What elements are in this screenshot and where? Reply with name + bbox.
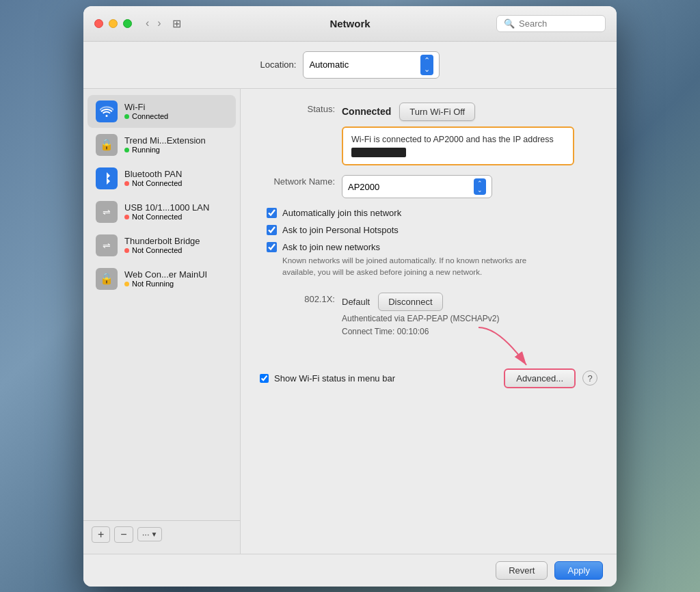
more-icon: ···: [142, 529, 150, 539]
sidebar-item-name-thunderbolt: Thunderbolt Bridge: [124, 236, 200, 246]
remove-network-button[interactable]: −: [114, 526, 133, 543]
dot1x-field: 802.1X: Default Disconnect Authenticated…: [260, 293, 597, 338]
minimize-button[interactable]: [109, 19, 118, 28]
ethernet-icon-usb: ⇌: [96, 201, 118, 223]
traffic-lights: [94, 19, 132, 28]
revert-button[interactable]: Revert: [496, 561, 548, 580]
location-chevron[interactable]: ⌃⌄: [420, 55, 433, 75]
network-name-field: Network Name: AP2000 ⌃⌄: [260, 175, 597, 198]
new-networks-label: Ask to join new networks: [282, 242, 380, 252]
wifi-icon: [96, 100, 118, 122]
status-label: Status:: [260, 103, 335, 114]
sidebar-item-status-webcon: Not Running: [124, 280, 207, 288]
lock-icon-trend: 🔒: [96, 134, 118, 156]
info-box-text: Wi-Fi is connected to AP2000 and has the…: [351, 135, 554, 144]
lock-icon-webcon: 🔒: [96, 268, 118, 290]
maximize-button[interactable]: [123, 19, 132, 28]
eap-line2: Connect Time: 00:10:06: [342, 325, 597, 338]
back-button[interactable]: ‹: [143, 16, 152, 31]
location-dropdown[interactable]: Automatic ⌃⌄: [303, 51, 440, 79]
personal-hotspot-row: Ask to join Personal Hotspots: [267, 225, 597, 235]
main-content: Wi-Fi Connected 🔒 Trend Mi...Extension: [83, 89, 617, 554]
personal-hotspot-checkbox[interactable]: [267, 225, 277, 235]
sidebar-item-info-bluetooth: Bluetooth PAN Not Connected: [124, 169, 182, 187]
titlebar: ‹ › ⊞ Network 🔍: [83, 6, 617, 42]
detail-panel: Status: Connected Turn Wi-Fi Off Wi-Fi i…: [241, 89, 617, 554]
turn-wifi-off-button[interactable]: Turn Wi-Fi Off: [399, 103, 475, 121]
status-dot-trend: [124, 148, 129, 152]
sidebar-item-name-bluetooth: Bluetooth PAN: [124, 169, 182, 179]
auto-join-checkbox[interactable]: [267, 208, 277, 218]
grid-icon[interactable]: ⊞: [172, 17, 181, 30]
eap-info: Authenticated via EAP-PEAP (MSCHAPv2) Co…: [342, 312, 597, 338]
status-row: Connected Turn Wi-Fi Off: [342, 103, 597, 121]
bottom-row: Show Wi-Fi status in menu bar Advanced..…: [260, 362, 597, 388]
sidebar-item-info-webcon: Web Con...er MainUI Not Running: [124, 269, 207, 288]
sidebar-item-info-thunderbolt: Thunderbolt Bridge Not Connected: [124, 236, 200, 254]
sidebar-item-name-webcon: Web Con...er MainUI: [124, 269, 207, 280]
auto-join-label: Automatically join this network: [282, 208, 401, 218]
auto-join-row: Automatically join this network: [267, 208, 597, 218]
sidebar-item-webcon[interactable]: 🔒 Web Con...er MainUI Not Running: [88, 263, 236, 295]
status-dot-bluetooth: [124, 181, 129, 186]
sidebar-item-name-usb: USB 10/1...1000 LAN: [124, 202, 209, 213]
sidebar-item-name-trend: Trend Mi...Extension: [124, 135, 206, 146]
show-wifi-row: Show Wi-Fi status in menu bar: [260, 373, 395, 384]
search-box: 🔍: [496, 15, 606, 32]
sidebar-item-status-wifi: Connected: [124, 112, 168, 120]
status-connected-text: Connected: [342, 106, 391, 117]
sidebar-item-status-thunderbolt: Not Connected: [124, 246, 200, 254]
status-value-container: Connected Turn Wi-Fi Off Wi-Fi is connec…: [342, 103, 597, 166]
add-network-button[interactable]: +: [92, 526, 110, 543]
redacted-ip: [351, 148, 406, 157]
sidebar-item-thunderbolt[interactable]: ⇌ Thunderbolt Bridge Not Connected: [88, 229, 236, 262]
sidebar-item-status-bluetooth: Not Connected: [124, 179, 182, 187]
sidebar-items: Wi-Fi Connected 🔒 Trend Mi...Extension: [83, 94, 240, 520]
search-icon: 🔍: [504, 18, 515, 29]
location-value: Automatic: [309, 59, 415, 70]
new-networks-checkbox[interactable]: [267, 242, 277, 252]
chevron-down-icon: ▼: [151, 530, 158, 538]
dot1x-value-container: Default Disconnect Authenticated via EAP…: [342, 293, 597, 338]
window-title: Network: [329, 18, 370, 29]
eap-line1: Authenticated via EAP-PEAP (MSCHAPv2): [342, 312, 597, 325]
dot1x-label: 802.1X:: [260, 293, 335, 304]
dot1x-row: Default Disconnect: [342, 293, 597, 311]
bluetooth-icon: [96, 167, 118, 189]
dot1x-value: Default: [342, 297, 370, 307]
new-networks-row: Ask to join new networks: [267, 242, 597, 252]
more-options-button[interactable]: ··· ▼: [137, 527, 163, 541]
personal-hotspot-label: Ask to join Personal Hotspots: [282, 225, 399, 235]
sidebar-footer: + − ··· ▼: [83, 520, 240, 548]
sidebar-item-status-usb: Not Connected: [124, 213, 209, 221]
sidebar-item-info-usb: USB 10/1...1000 LAN Not Connected: [124, 202, 209, 221]
sidebar-item-usb[interactable]: ⇌ USB 10/1...1000 LAN Not Connected: [88, 196, 236, 228]
search-input[interactable]: [519, 18, 598, 29]
sidebar-item-name-wifi: Wi-Fi: [124, 102, 168, 112]
status-dot-thunderbolt: [124, 248, 129, 253]
network-name-label: Network Name:: [260, 175, 335, 187]
show-wifi-label: Show Wi-Fi status in menu bar: [274, 373, 395, 384]
apply-button[interactable]: Apply: [554, 561, 603, 580]
advanced-button[interactable]: Advanced...: [504, 368, 576, 388]
help-button[interactable]: ?: [582, 371, 597, 386]
close-button[interactable]: [94, 19, 103, 28]
checkboxes-container: Automatically join this network Ask to j…: [260, 208, 597, 279]
sidebar-item-bluetooth[interactable]: Bluetooth PAN Not Connected: [88, 162, 236, 195]
disconnect-button[interactable]: Disconnect: [378, 293, 442, 311]
nav-buttons: ‹ ›: [143, 16, 164, 31]
network-name-dropdown[interactable]: AP2000 ⌃⌄: [342, 175, 492, 198]
forward-button[interactable]: ›: [154, 16, 163, 31]
sidebar-item-trend[interactable]: 🔒 Trend Mi...Extension Running: [88, 129, 236, 161]
hint-text: Known networks will be joined automatica…: [282, 255, 528, 279]
show-wifi-checkbox[interactable]: [260, 374, 269, 383]
main-window: ‹ › ⊞ Network 🔍 Location: Automatic ⌃⌄: [83, 6, 617, 587]
status-field: Status: Connected Turn Wi-Fi Off Wi-Fi i…: [260, 103, 597, 166]
status-dot-webcon: [124, 282, 129, 286]
network-chevron[interactable]: ⌃⌄: [474, 178, 486, 195]
wifi-info-box: Wi-Fi is connected to AP2000 and has the…: [342, 126, 574, 166]
sidebar-item-info-trend: Trend Mi...Extension Running: [124, 135, 206, 154]
ethernet-icon-thunderbolt: ⇌: [96, 234, 118, 256]
sidebar-item-wifi[interactable]: Wi-Fi Connected: [88, 95, 236, 128]
sidebar-item-info-wifi: Wi-Fi Connected: [124, 102, 168, 120]
